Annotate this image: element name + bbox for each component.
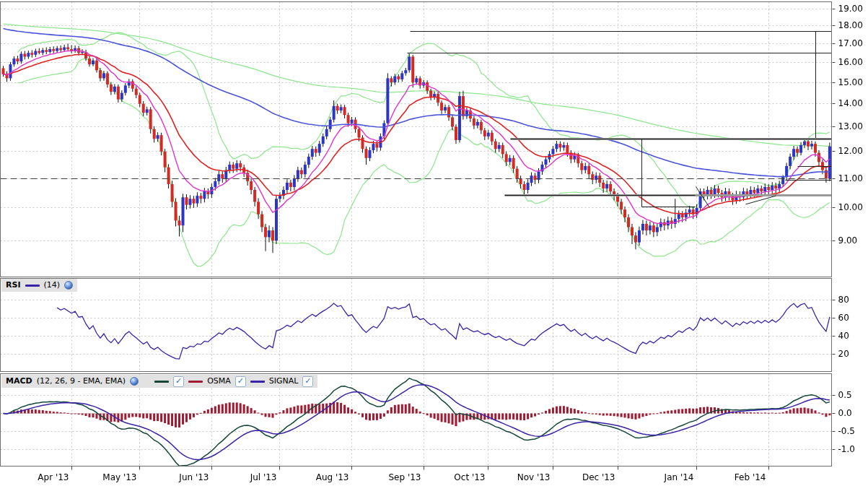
rsi-legend-title: RSI <box>6 280 21 290</box>
signal-label: SIGNAL <box>269 376 299 386</box>
rsi-settings-globe-icon[interactable] <box>64 281 73 290</box>
macd-settings-globe-icon[interactable] <box>130 377 139 386</box>
rsi-legend-param: (14) <box>44 280 61 290</box>
signal-visibility-checkbox[interactable]: ✓ <box>302 376 313 387</box>
rsi-line-swatch-icon <box>25 285 40 287</box>
macd-visibility-checkbox[interactable]: ✓ <box>173 376 184 387</box>
osma-swatch-icon <box>188 381 203 383</box>
trading-chart: RSI (14) MACD (12, 26, 9 - EMA, EMA) ✓ O… <box>0 0 868 486</box>
osma-label: OSMA <box>207 376 231 386</box>
macd-legend: MACD (12, 26, 9 - EMA, EMA) ✓ OSMA ✓ SIG… <box>1 375 317 388</box>
rsi-legend: RSI (14) <box>1 279 77 292</box>
chart-canvas[interactable] <box>0 0 868 486</box>
macd-line-swatch-icon <box>154 381 169 383</box>
macd-legend-param: (12, 26, 9 - EMA, EMA) <box>37 376 126 386</box>
macd-legend-title: MACD <box>6 376 32 386</box>
osma-visibility-checkbox[interactable]: ✓ <box>235 376 246 387</box>
signal-line-swatch-icon <box>250 381 265 383</box>
